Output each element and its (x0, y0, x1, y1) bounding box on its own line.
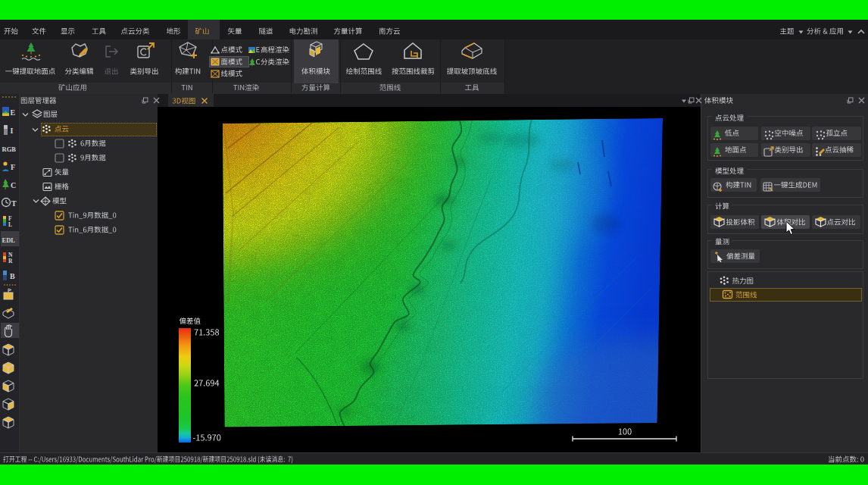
svg-text:T: T (11, 199, 17, 208)
svg-text:L: L (8, 221, 12, 227)
svg-text:I: I (11, 127, 14, 135)
svg-text:RGB: RGB (2, 146, 17, 153)
svg-text:R: R (8, 258, 13, 264)
svg-text:C: C (11, 181, 16, 189)
svg-text:EDL: EDL (2, 236, 16, 244)
svg-text:E: E (11, 108, 16, 117)
svg-text:F: F (11, 163, 15, 171)
svg-text:B: B (10, 272, 15, 280)
